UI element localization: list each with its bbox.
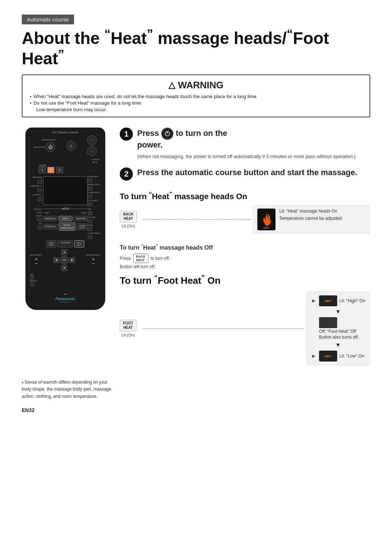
demo-btn[interactable]	[88, 227, 92, 231]
neck-left-label: NECK	[28, 211, 43, 214]
leg-btn[interactable]	[30, 276, 34, 279]
power-button[interactable]: ⏻	[45, 142, 56, 152]
bottom-note-text: Sense of warmth differs depending on you…	[22, 379, 113, 400]
heat-off-btn-label[interactable]: BACKHEAT	[133, 254, 148, 263]
tap-btn[interactable]	[88, 211, 92, 215]
back-heat-button-box: BACKHEAT Lit (On)	[120, 211, 137, 228]
user-btn-2[interactable]: 2	[47, 167, 54, 173]
ok-btn[interactable]: OK	[60, 256, 69, 265]
page-number: EN32	[22, 407, 370, 413]
neck-shoulder-btn[interactable]: NECK/SHOULDER	[59, 222, 75, 231]
arrow-down-1: ▼	[318, 308, 358, 315]
stretch-btn[interactable]: STRETCH	[43, 224, 58, 229]
warning-bullet-1: When “Heat” massage heads are used, do n…	[30, 94, 362, 99]
heat-on-icon: HEAT	[257, 209, 275, 230]
heat-position-row: FOOTHEAT POSITION BACKHEAT	[28, 240, 102, 247]
width-button[interactable]: →	[87, 146, 97, 156]
lower-back-right-btn[interactable]	[88, 195, 92, 198]
arrow-down-2: ▼	[318, 342, 358, 348]
heat-on-desc-text: Lit: “Heat” massage heads On Temperature…	[279, 209, 343, 221]
step-2-title: Press the automatic course button and st…	[137, 167, 357, 178]
back-heat-row: BACKHEAT Lit (On) HEAT	[120, 205, 370, 234]
foot-state-off-bullet: Button also turns off.	[319, 335, 359, 340]
middle-back-btn[interactable]	[88, 187, 92, 190]
back-heat-lit-on: Lit (On)	[122, 224, 135, 228]
heat-off-bullet: Button will turn off.	[120, 264, 370, 269]
heat-high-label: HEAT	[324, 299, 332, 303]
full-back-btn[interactable]	[88, 203, 92, 206]
ultra-knead-btn[interactable]	[88, 235, 92, 239]
repeat-btn[interactable]	[30, 282, 34, 286]
svg-text:HEAT: HEAT	[264, 227, 270, 229]
air-massage-label: AIR MASSAGE	[42, 139, 56, 141]
position-btn[interactable]: POSITION	[57, 240, 73, 247]
warning-bullet-2: Do not use the “Foot Heat” massage for a…	[30, 100, 362, 106]
arrow-down-btn[interactable]: ▼	[61, 265, 67, 271]
foot-heat-btn-label[interactable]: FOOTHEAT	[120, 320, 136, 331]
chest-btn[interactable]	[37, 218, 42, 222]
shoulder-right-label: SHOULDER	[88, 175, 102, 178]
air-intensity-minus[interactable]: −	[34, 262, 38, 266]
lower-back-btn[interactable]: LOWER BACK	[77, 223, 88, 230]
shoulder-side-label: SHOULDER	[34, 146, 45, 148]
model-number: EP-MA73	[28, 301, 102, 303]
remote-screen	[43, 176, 88, 205]
heat-on-title: To turn “Heat” massage heads On	[120, 191, 370, 201]
step-2-section: 2 Press the automatic course button and …	[120, 167, 370, 183]
shoulder-right-btn[interactable]	[88, 179, 92, 182]
manual-label: MANUAL	[92, 158, 100, 161]
volume-btn[interactable]	[88, 219, 92, 223]
foot-heat-row: FOOTHEAT Lit (On) ► HEAT	[120, 291, 370, 366]
auto-course-badge: Automatic course	[22, 15, 74, 24]
user-btn-3[interactable]: 3	[56, 167, 63, 173]
warning-sub: Low-temperature burn may occur.	[30, 107, 362, 112]
back-heat-btn[interactable]: BACKHEAT	[74, 240, 84, 247]
deep-btn[interactable]: DEEP	[58, 216, 73, 221]
soft-label: SOFT	[43, 211, 51, 215]
heat-on-desc-box: HEAT Lit: “Heat” massage heads On Temper…	[252, 205, 370, 234]
heat-off-section: To turn “Heat” massage heads Off Press B…	[120, 243, 370, 269]
remote-top-row: AIR MASSAGE SHOULDER ⏻ △ ⸻ →	[28, 135, 102, 156]
arrow-right-btn[interactable]: ▶	[69, 257, 75, 263]
back-intensity-minus[interactable]: −	[92, 262, 95, 266]
heat-off-press-text: Press BACKHEAT to turn off.	[120, 254, 370, 263]
foot-heat-title: To turn “Foot Heat” On	[120, 274, 370, 286]
swedish-btn[interactable]: SWEDISH	[43, 216, 57, 221]
foot-state-high-desc: Lit: “High” On	[339, 298, 365, 303]
chest-label: CHEST	[28, 215, 43, 217]
program-button[interactable]: △	[66, 141, 76, 151]
leg-foot-btn[interactable]	[37, 197, 42, 201]
equals-sign: ⎯	[28, 287, 102, 295]
right-content: 1 Press to turn on the power. (When	[120, 128, 370, 375]
arrow-right-indicator: ►	[311, 298, 317, 304]
bottom-note: Sense of warmth differs depending on you…	[22, 379, 370, 400]
lower-back-btn[interactable]	[37, 189, 42, 192]
foot-state-low-desc: Lit: “Low” On	[339, 354, 364, 359]
hip-btn[interactable]	[37, 226, 42, 230]
speed-button[interactable]: ⸻	[87, 135, 97, 145]
foot-heat-off-icon	[319, 317, 337, 328]
foot-heat-btn[interactable]: FOOTHEAT	[46, 240, 56, 247]
back-heat-btn-label[interactable]: BACKHEAT	[120, 211, 137, 222]
user-btn-1[interactable]: 1	[38, 167, 46, 173]
foot-state-off-row: Off: “Foot Heat” Off Button also turns o…	[311, 317, 365, 340]
handarm-btn[interactable]	[37, 180, 42, 183]
arrow-left-btn[interactable]: ◀	[53, 257, 59, 263]
lower-back-right-label: LOWER BACK	[88, 191, 102, 194]
remote-control: OTTOMAN CHAIR AIR MASSAGE SHOULDER ⏻ △ ⸻	[25, 128, 105, 310]
warning-title: △ WARNING	[30, 80, 362, 91]
repeat-label: REPEAT	[30, 280, 37, 282]
volume-label: VOLUME	[88, 216, 102, 218]
step-1-section: 1 Press to turn on the power. (When	[120, 128, 370, 160]
hip-label: HIP	[28, 223, 43, 225]
warning-box: △ WARNING When “Heat” massage heads are …	[22, 74, 370, 117]
warning-icon: △	[168, 80, 175, 90]
step-2-header: 2 Press the automatic course button and …	[120, 167, 370, 181]
middle-back-label: MIDDLE BACK	[88, 183, 102, 186]
page-title: About the “Heat” massage heads/“Foot Hea…	[22, 27, 370, 68]
shiatsu-btn[interactable]: SHIATSU	[74, 216, 88, 221]
foot-heat-button-box: FOOTHEAT Lit (On)	[120, 320, 136, 337]
arrow-up-btn[interactable]: ▲	[61, 249, 67, 255]
auto-selector-row: AUTO	[43, 207, 88, 210]
foot-heat-states: ► HEAT Lit: “High” On ▼	[306, 291, 370, 366]
